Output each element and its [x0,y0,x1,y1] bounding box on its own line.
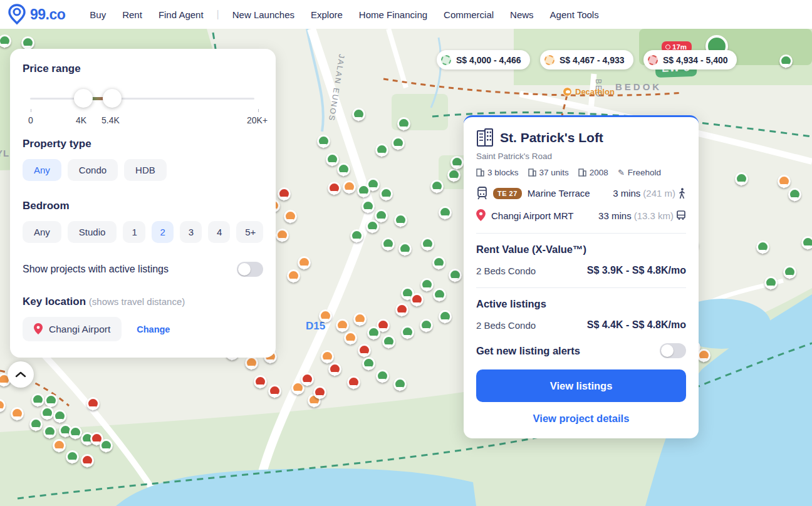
map-marker[interactable] [69,426,82,439]
map-marker[interactable] [31,393,44,406]
map-marker[interactable] [382,237,395,250]
chip-bedroom-1[interactable]: 1 [123,221,145,243]
map-marker[interactable] [350,229,363,242]
chip-bedroom-2[interactable]: 2 [152,221,174,243]
map-marker[interactable] [276,229,289,242]
map-marker[interactable] [450,156,464,169]
map-marker[interactable] [433,288,446,301]
map-marker[interactable] [41,406,54,420]
map-marker[interactable] [401,326,414,339]
map-marker[interactable] [375,209,388,222]
map-marker[interactable] [44,394,58,407]
nav-item-find-agent[interactable]: Find Agent [159,9,204,20]
map-marker[interactable] [439,310,452,323]
map-marker[interactable] [394,214,407,227]
destination-name[interactable]: Changi Airport MRT [491,210,573,221]
map-marker[interactable] [313,386,326,399]
map-marker[interactable] [326,153,339,166]
map-marker[interactable] [317,135,330,148]
map-marker[interactable] [254,375,267,388]
map-marker[interactable] [344,331,357,344]
map-marker[interactable] [298,256,311,269]
map-marker[interactable] [358,344,371,357]
map-marker[interactable] [328,363,341,376]
map-marker[interactable] [376,369,389,383]
map-marker[interactable] [697,349,710,362]
key-location-pill[interactable]: Changi Airport [23,317,122,341]
map-marker[interactable] [393,378,407,391]
map-marker[interactable] [287,269,300,282]
map-marker[interactable] [421,237,434,250]
map-marker[interactable] [392,137,405,150]
map-marker[interactable] [366,220,379,233]
map-marker[interactable] [43,425,56,438]
chip-bedroom-4[interactable]: 4 [208,221,230,243]
map-marker[interactable] [245,356,258,369]
map-marker[interactable] [336,319,349,332]
active-listings-toggle[interactable] [237,262,263,277]
map-marker[interactable] [779,54,793,68]
change-location-link[interactable]: Change [137,324,170,334]
chip-bedroom-any[interactable]: Any [23,221,61,243]
map-marker[interactable] [430,180,444,193]
map-marker[interactable] [29,418,43,431]
nav-item-rent[interactable]: Rent [122,9,142,20]
map-marker[interactable] [367,326,380,339]
map-marker[interactable] [362,200,375,213]
map-marker[interactable] [801,236,812,249]
map-marker[interactable] [337,163,350,176]
map-marker[interactable] [353,312,367,326]
nav-item-buy[interactable]: Buy [90,9,106,20]
map-marker[interactable] [328,182,341,195]
map-marker[interactable] [432,256,445,269]
chip-bedroom-5plus[interactable]: 5+ [236,221,263,243]
map-marker[interactable] [735,172,748,185]
map-marker[interactable] [53,410,66,423]
map-marker[interactable] [439,206,452,219]
map-marker[interactable] [86,397,100,410]
chip-bedroom-studio[interactable]: Studio [68,221,117,243]
slider-handle-min[interactable] [74,89,93,108]
map-marker[interactable] [788,188,801,201]
collapse-panel-button[interactable] [8,361,34,388]
slider-handle-max[interactable] [103,89,122,108]
nav-item-agent-tools[interactable]: Agent Tools [550,9,599,20]
map-marker[interactable] [81,454,94,467]
map-marker[interactable] [380,187,393,200]
map-marker[interactable] [410,293,424,306]
map-marker[interactable] [362,357,375,370]
map-marker[interactable] [778,175,791,188]
map-marker[interactable] [343,180,356,194]
map-marker[interactable] [420,319,433,332]
map-marker[interactable] [278,187,291,200]
nav-item-new-launches[interactable]: New Launches [232,9,294,20]
map-marker[interactable] [395,303,409,316]
map-marker[interactable] [268,385,281,398]
logo-99co[interactable]: 99.co [8,4,65,25]
map-marker[interactable] [357,184,370,197]
map-marker[interactable] [53,439,66,452]
map-marker[interactable] [420,278,434,291]
map-marker[interactable] [398,242,412,256]
map-marker[interactable] [319,309,332,323]
map-marker[interactable] [321,350,334,363]
map-marker[interactable] [100,439,113,452]
chip-property-any[interactable]: Any [23,159,61,181]
map-marker[interactable] [11,407,24,420]
map-marker[interactable] [382,335,395,348]
map-marker[interactable] [21,36,34,49]
station-name[interactable]: Marine Terrace [528,188,590,199]
listing-alerts-toggle[interactable] [660,343,686,358]
map-marker[interactable] [66,450,79,463]
map-marker[interactable] [397,117,410,130]
nav-item-explore[interactable]: Explore [311,9,343,20]
view-listings-button[interactable]: View listings [476,369,686,402]
map-marker[interactable] [783,266,796,279]
nav-item-news[interactable]: News [510,9,534,20]
map-marker[interactable] [764,276,778,289]
map-marker[interactable] [301,373,314,386]
map-marker[interactable] [0,34,11,48]
nav-item-home-financing[interactable]: Home Financing [359,9,427,20]
chip-bedroom-3[interactable]: 3 [180,221,202,243]
view-project-details-link[interactable]: View project details [476,413,686,425]
